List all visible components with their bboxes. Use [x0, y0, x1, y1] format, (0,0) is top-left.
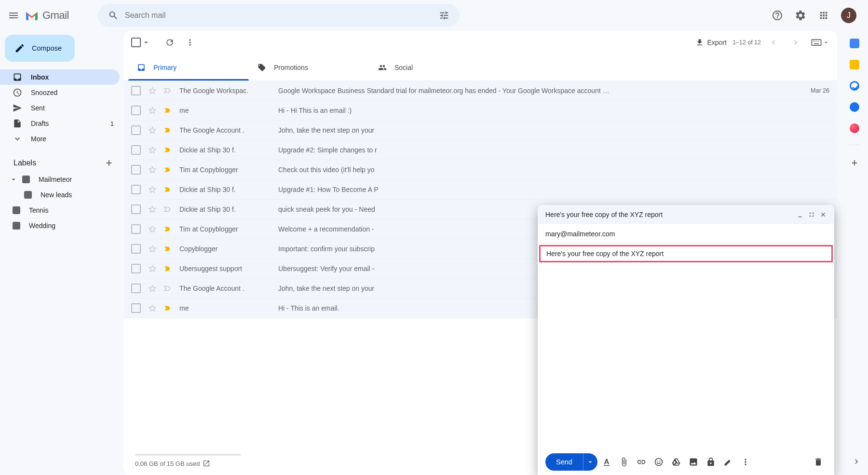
email-row[interactable]: Tim at Copyblogger Check out this video …	[123, 160, 837, 180]
star-button[interactable]	[148, 86, 157, 95]
importance-marker[interactable]	[163, 225, 172, 233]
search-bar[interactable]	[98, 4, 460, 27]
star-button[interactable]	[148, 244, 157, 254]
row-checkbox[interactable]	[131, 244, 141, 254]
star-button[interactable]	[148, 303, 157, 313]
link-button[interactable]	[633, 454, 650, 470]
label-item[interactable]: Wedding	[0, 218, 123, 233]
attach-button[interactable]	[616, 454, 632, 470]
tab-promotions[interactable]: Promotions	[249, 54, 369, 81]
drive-button[interactable]	[668, 454, 684, 470]
importance-marker[interactable]	[163, 165, 172, 174]
nav-item-more[interactable]: More	[0, 131, 120, 147]
apps-button[interactable]	[814, 6, 833, 25]
compose-more-button[interactable]	[737, 454, 754, 470]
prev-page-button[interactable]	[764, 33, 783, 52]
side-panel-collapse-button[interactable]	[849, 454, 864, 469]
tab-primary[interactable]: Primary	[128, 54, 249, 81]
email-row[interactable]: Dickie at Ship 30 f. Upgrade #2: Simple …	[123, 140, 837, 160]
send-button[interactable]: Send	[545, 458, 583, 466]
star-button[interactable]	[148, 165, 157, 175]
settings-button[interactable]	[791, 6, 810, 25]
row-checkbox[interactable]	[131, 106, 141, 115]
importance-marker[interactable]	[163, 205, 172, 214]
star-button[interactable]	[148, 106, 157, 115]
search-input[interactable]	[125, 11, 433, 20]
email-row[interactable]: Dickie at Ship 30 f. Upgrade #1: How To …	[123, 180, 837, 200]
star-button[interactable]	[148, 145, 157, 155]
nav-item-inbox[interactable]: Inbox	[0, 69, 120, 85]
label-item[interactable]: New leads	[0, 187, 123, 203]
contacts-addon-button[interactable]	[850, 102, 859, 112]
star-button[interactable]	[148, 224, 157, 234]
keep-addon-button[interactable]	[850, 60, 859, 69]
star-button[interactable]	[148, 204, 157, 214]
more-actions-button[interactable]	[180, 33, 200, 52]
calendar-addon-button[interactable]	[850, 39, 859, 48]
row-checkbox[interactable]	[131, 204, 141, 214]
search-options-button[interactable]	[433, 4, 456, 27]
row-checkbox[interactable]	[131, 145, 141, 155]
row-checkbox[interactable]	[131, 86, 141, 95]
formatting-button[interactable]	[598, 454, 615, 470]
gmail-logo[interactable]: Gmail	[25, 9, 69, 22]
compose-button[interactable]: Compose	[5, 35, 75, 62]
tab-social[interactable]: Social	[369, 54, 490, 81]
tasks-addon-button[interactable]	[850, 81, 859, 91]
main-menu-button[interactable]	[4, 6, 23, 25]
compose-to-field[interactable]: mary@mailmeteor.com	[538, 224, 834, 244]
importance-marker[interactable]	[163, 244, 172, 253]
label-item[interactable]: Mailmeteor	[0, 172, 123, 187]
fullscreen-icon[interactable]	[808, 211, 815, 218]
email-row[interactable]: The Google Account . John, take the next…	[123, 121, 837, 140]
add-label-button[interactable]	[102, 156, 116, 170]
importance-marker[interactable]	[163, 185, 172, 194]
row-checkbox[interactable]	[131, 125, 141, 135]
send-more-button[interactable]	[583, 453, 597, 471]
importance-marker[interactable]	[163, 86, 172, 95]
chevron-down-icon[interactable]	[142, 38, 150, 47]
export-button[interactable]: Export	[695, 38, 726, 47]
nav-item-snoozed[interactable]: Snoozed	[0, 85, 120, 100]
account-avatar[interactable]: J	[841, 8, 856, 23]
row-checkbox[interactable]	[131, 224, 141, 234]
star-button[interactable]	[148, 284, 157, 293]
minimize-icon[interactable]	[797, 211, 803, 218]
search-button[interactable]	[102, 4, 125, 27]
emoji-button[interactable]	[651, 454, 667, 470]
nav-item-sent[interactable]: Sent	[0, 100, 120, 116]
nav-item-drafts[interactable]: Drafts1	[0, 116, 120, 131]
row-checkbox[interactable]	[131, 284, 141, 293]
label-item[interactable]: Tennis	[0, 203, 123, 218]
compose-subject-field[interactable]: Here's your free copy of the XYZ report	[539, 245, 833, 262]
select-all-checkbox[interactable]	[131, 38, 141, 47]
refresh-button[interactable]	[160, 33, 179, 52]
confidential-button[interactable]	[703, 454, 719, 470]
importance-marker[interactable]	[163, 146, 172, 154]
row-checkbox[interactable]	[131, 165, 141, 175]
star-button[interactable]	[148, 185, 157, 194]
row-checkbox[interactable]	[131, 303, 141, 313]
input-tools-button[interactable]	[811, 33, 829, 52]
compose-body[interactable]	[538, 264, 834, 449]
email-row[interactable]: me Hi - Hi This is an email :)	[123, 101, 837, 121]
row-checkbox[interactable]	[131, 264, 141, 273]
row-checkbox[interactable]	[131, 185, 141, 194]
importance-marker[interactable]	[163, 304, 172, 312]
importance-marker[interactable]	[163, 264, 172, 273]
support-button[interactable]	[768, 6, 787, 25]
next-page-button[interactable]	[786, 33, 805, 52]
addon-button[interactable]	[850, 123, 859, 133]
importance-marker[interactable]	[163, 106, 172, 115]
get-addons-button[interactable]: +	[852, 157, 858, 169]
importance-marker[interactable]	[163, 284, 172, 293]
email-row[interactable]: The Google Workspac. Google Workspace Bu…	[123, 81, 837, 101]
image-button[interactable]	[685, 454, 702, 470]
star-button[interactable]	[148, 125, 157, 135]
close-icon[interactable]	[820, 211, 827, 218]
compose-header[interactable]: Here's your free copy of the XYZ report	[538, 205, 834, 224]
signature-button[interactable]	[720, 454, 736, 470]
discard-draft-button[interactable]	[810, 454, 827, 470]
star-button[interactable]	[148, 264, 157, 273]
importance-marker[interactable]	[163, 126, 172, 135]
